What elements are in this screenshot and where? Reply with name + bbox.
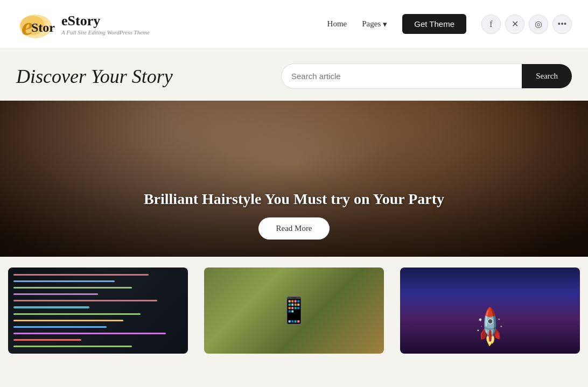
code-line <box>13 333 166 334</box>
instagram-icon[interactable]: ◎ <box>529 15 548 34</box>
logo-text-block: eStory A Full Site Editing WordPress The… <box>61 13 150 36</box>
code-line <box>13 306 89 308</box>
banner-background: Brilliant Hairstyle You Must try on Your… <box>0 101 588 257</box>
card-3-image <box>400 268 580 354</box>
logo-subtitle: A Full Site Editing WordPress Theme <box>61 29 150 36</box>
phone-image: 📱 <box>204 268 384 354</box>
logo-icon: e Story <box>16 5 55 44</box>
featured-banner: Brilliant Hairstyle You Must try on Your… <box>0 101 588 257</box>
get-theme-button[interactable]: Get Theme <box>402 14 466 34</box>
search-button[interactable]: Search <box>522 64 572 88</box>
chevron-down-icon: ▾ <box>383 19 387 29</box>
social-icons: f ✕ ◎ ••• <box>481 15 572 34</box>
code-line <box>13 280 115 282</box>
logo-area: e Story eStory A Full Site Editing WordP… <box>16 5 150 44</box>
code-line <box>13 346 132 347</box>
twitter-icon[interactable]: ✕ <box>505 15 524 34</box>
search-input[interactable] <box>281 64 522 89</box>
card-1 <box>0 268 196 354</box>
nav-pages[interactable]: Pages ▾ <box>362 19 387 29</box>
search-area: Search <box>281 64 572 89</box>
card-2: 📱 <box>196 268 392 354</box>
card-1-image <box>8 268 188 354</box>
nav-home[interactable]: Home <box>327 19 347 29</box>
code-line <box>13 339 81 341</box>
code-image <box>8 268 188 354</box>
code-line <box>13 293 98 295</box>
code-line <box>13 274 149 276</box>
banner-title: Brilliant Hairstyle You Must try on Your… <box>144 191 444 208</box>
header: e Story eStory A Full Site Editing WordP… <box>0 0 588 48</box>
logo-title: eStory <box>61 13 150 29</box>
facebook-icon[interactable]: f <box>481 15 501 34</box>
code-line <box>13 313 141 315</box>
code-line <box>13 287 132 289</box>
cards-section: 📱 <box>0 257 588 354</box>
hero-search-section: Discover Your Story Search <box>0 48 588 101</box>
main-nav: Home Pages ▾ Get Theme f ✕ ◎ ••• <box>327 14 572 34</box>
rocket-image <box>400 268 580 354</box>
code-line <box>13 300 157 301</box>
banner-overlay: Brilliant Hairstyle You Must try on Your… <box>0 101 588 257</box>
card-3 <box>392 268 588 354</box>
card-2-image: 📱 <box>204 268 384 354</box>
read-more-button[interactable]: Read More <box>258 217 329 240</box>
more-social-icon[interactable]: ••• <box>552 15 572 34</box>
svg-text:Story: Story <box>31 20 55 34</box>
code-line <box>13 326 107 328</box>
code-line <box>13 320 123 321</box>
discover-title: Discover Your Story <box>16 65 173 88</box>
